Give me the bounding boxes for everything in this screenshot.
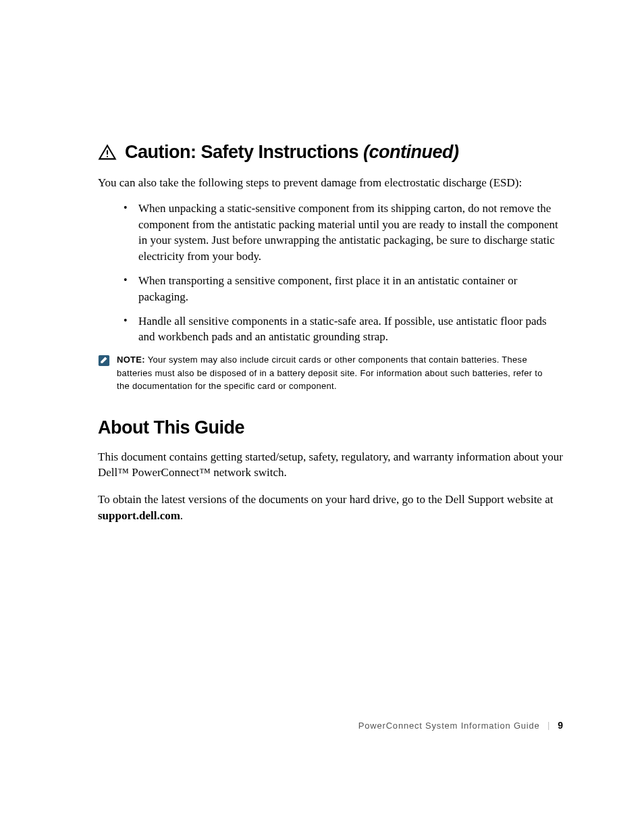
list-item: Handle all sensitive components in a sta… bbox=[124, 313, 563, 346]
svg-point-1 bbox=[107, 155, 108, 157]
note-text: NOTE: Your system may also include circu… bbox=[117, 353, 556, 393]
footer-page-number: 9 bbox=[558, 720, 563, 731]
footer-divider: | bbox=[548, 720, 550, 731]
list-item: When unpacking a static-sensitive compon… bbox=[124, 201, 563, 265]
note-label: NOTE: bbox=[117, 355, 145, 365]
about-heading: About This Guide bbox=[98, 417, 563, 438]
caution-title: Caution: Safety Instructions (continued) bbox=[125, 142, 459, 163]
footer-title: PowerConnect System Information Guide bbox=[358, 721, 540, 731]
page-content: Caution: Safety Instructions (continued)… bbox=[0, 0, 644, 524]
warning-triangle-icon bbox=[98, 143, 117, 162]
support-url: support.dell.com bbox=[98, 509, 180, 522]
esd-intro-text: You can also take the following steps to… bbox=[98, 175, 563, 191]
about-para-2-suffix: . bbox=[180, 509, 183, 522]
caution-title-text: Caution: Safety Instructions bbox=[125, 142, 363, 162]
about-para-2: To obtain the latest versions of the doc… bbox=[98, 492, 563, 524]
about-para-2-prefix: To obtain the latest versions of the doc… bbox=[98, 493, 553, 506]
note-block: NOTE: Your system may also include circu… bbox=[98, 353, 563, 393]
about-para-1: This document contains getting started/s… bbox=[98, 449, 563, 481]
list-item: When transporting a sensitive component,… bbox=[124, 273, 563, 305]
note-body: Your system may also include circuit car… bbox=[117, 355, 543, 391]
caution-heading: Caution: Safety Instructions (continued) bbox=[98, 142, 563, 163]
note-pencil-icon bbox=[98, 355, 110, 367]
page-footer: PowerConnect System Information Guide | … bbox=[358, 720, 563, 731]
caution-continued-text: (continued) bbox=[363, 142, 458, 162]
esd-bullet-list: When unpacking a static-sensitive compon… bbox=[98, 201, 563, 345]
